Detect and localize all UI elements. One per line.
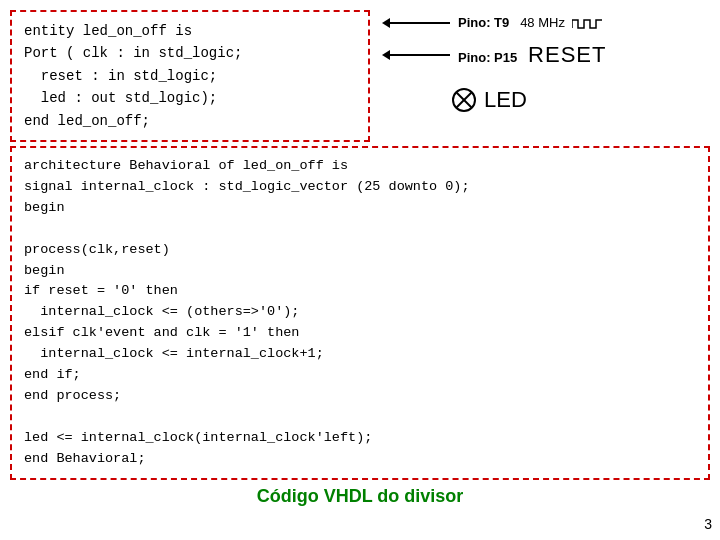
entity-code: entity led_on_off is Port ( clk : in std… bbox=[24, 20, 356, 132]
clock-waveform-icon bbox=[572, 16, 602, 32]
page-number: 3 bbox=[704, 516, 712, 532]
led-icon bbox=[450, 86, 478, 114]
pin-reset-name: Pino: P15 bbox=[458, 50, 517, 65]
pin-clk-name: Pino: T9 bbox=[458, 15, 509, 30]
pin-clk-row: Pino: T9 48 MHz bbox=[390, 15, 606, 32]
led-row: LED bbox=[450, 86, 606, 114]
led-label: LED bbox=[484, 87, 527, 113]
pin-reset-row: Pino: P15 RESET bbox=[390, 42, 606, 68]
reset-arrow bbox=[390, 54, 450, 56]
entity-box: entity led_on_off is Port ( clk : in std… bbox=[10, 10, 370, 142]
top-section: entity led_on_off is Port ( clk : in std… bbox=[10, 10, 710, 142]
arch-code: architecture Behavioral of led_on_off is… bbox=[24, 156, 696, 470]
arch-box: architecture Behavioral of led_on_off is… bbox=[10, 146, 710, 480]
main-container: entity led_on_off is Port ( clk : in std… bbox=[10, 10, 710, 507]
clock-freq: 48 MHz bbox=[520, 15, 565, 30]
reset-text: RESET bbox=[528, 42, 606, 67]
clk-arrow bbox=[390, 22, 450, 24]
right-annotations: Pino: T9 48 MHz Pino: P15 RESET bbox=[390, 10, 606, 114]
pin-clk-label: Pino: T9 48 MHz bbox=[458, 15, 602, 32]
footer-caption: Código VHDL do divisor bbox=[10, 486, 710, 507]
pin-reset-label: Pino: P15 RESET bbox=[458, 42, 606, 68]
